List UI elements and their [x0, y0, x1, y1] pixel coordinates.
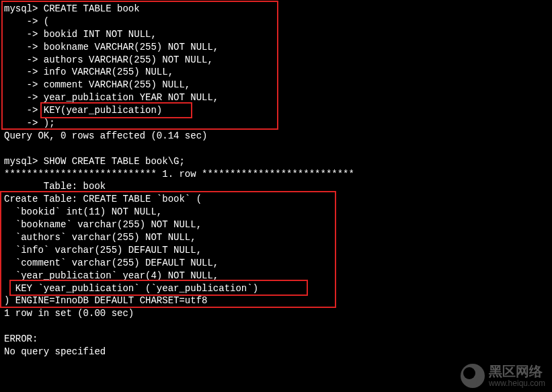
- terminal-line: [4, 320, 548, 333]
- terminal-line: -> );: [4, 117, 548, 130]
- terminal-line: -> bookname VARCHAR(255) NOT NULL,: [4, 41, 548, 54]
- terminal-line: -> info VARCHAR(255) NULL,: [4, 66, 548, 79]
- terminal-line: -> (: [4, 15, 548, 28]
- terminal-line: *************************** 1. row *****…: [4, 168, 548, 181]
- terminal-line: `bookname` varchar(255) NOT NULL,: [4, 219, 548, 231]
- terminal-line: 1 row in set (0.00 sec): [4, 307, 548, 320]
- terminal-line: `comment` varchar(255) DEFAULT NULL,: [4, 257, 548, 270]
- terminal-line: `info` varchar(255) DEFAULT NULL,: [4, 244, 548, 257]
- terminal-line: KEY `year_publication` (`year_publicatio…: [4, 282, 548, 295]
- terminal-line: ) ENGINE=InnoDB DEFAULT CHARSET=utf8: [4, 295, 548, 307]
- watermark: 黑区网络 www.heiqu.com: [461, 364, 545, 388]
- mushroom-icon: [461, 364, 485, 388]
- terminal-line: ERROR:: [4, 333, 548, 346]
- terminal-line: No query specified: [4, 346, 548, 358]
- terminal-line: `bookid` int(11) NOT NULL,: [4, 206, 548, 219]
- terminal-line: `authors` varchar(255) NOT NULL,: [4, 231, 548, 244]
- terminal-line: -> comment VARCHAR(255) NULL,: [4, 79, 548, 91]
- terminal-line: -> bookid INT NOT NULL,: [4, 28, 548, 41]
- terminal-line: Table: book: [4, 180, 548, 193]
- terminal-line: Query OK, 0 rows affected (0.14 sec): [4, 130, 548, 143]
- terminal-line: Create Table: CREATE TABLE `book` (: [4, 193, 548, 206]
- terminal-output[interactable]: mysql> CREATE TABLE book -> ( -> bookid …: [0, 0, 552, 374]
- watermark-brand: 黑区网络: [489, 364, 545, 378]
- terminal-line: -> KEY(year_publication): [4, 104, 548, 117]
- terminal-line: [4, 143, 548, 155]
- terminal-line: -> year_publication YEAR NOT NULL,: [4, 91, 548, 104]
- terminal-line: -> authors VARCHAR(255) NOT NULL,: [4, 54, 548, 67]
- terminal-line: mysql> CREATE TABLE book: [4, 3, 548, 15]
- terminal-line: mysql> SHOW CREATE TABLE book\G;: [4, 155, 548, 168]
- terminal-line: `year_publication` year(4) NOT NULL,: [4, 270, 548, 282]
- watermark-url: www.heiqu.com: [489, 379, 545, 387]
